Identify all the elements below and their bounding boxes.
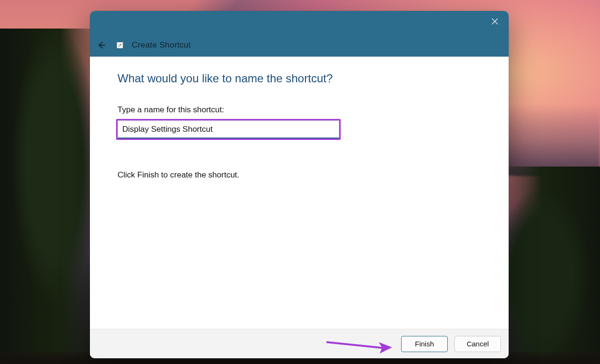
close-button[interactable] (484, 14, 506, 29)
instruction-text: Click Finish to create the shortcut. (118, 170, 481, 180)
dialog-footer: Finish Cancel (90, 329, 509, 358)
dialog-content: What would you like to name the shortcut… (90, 57, 509, 329)
back-button[interactable] (95, 39, 108, 52)
nav-row: Create Shortcut (95, 38, 191, 53)
dialog-title: Create Shortcut (132, 40, 191, 50)
cancel-button[interactable]: Cancel (454, 336, 501, 352)
close-icon (492, 18, 498, 25)
shortcut-file-icon (117, 42, 123, 49)
back-arrow-icon (97, 41, 106, 49)
titlebar: Create Shortcut (90, 11, 509, 57)
shortcut-name-label: Type a name for this shortcut: (118, 105, 481, 115)
wallpaper-trees-right (495, 167, 600, 364)
finish-button[interactable]: Finish (401, 336, 448, 352)
create-shortcut-dialog: Create Shortcut What would you like to n… (90, 11, 509, 358)
wallpaper-trees-left (0, 29, 100, 364)
annotation-arrow (325, 338, 392, 351)
page-heading: What would you like to name the shortcut… (118, 72, 481, 85)
shortcut-name-input[interactable] (118, 120, 339, 138)
annotation-input-highlight (116, 119, 341, 140)
